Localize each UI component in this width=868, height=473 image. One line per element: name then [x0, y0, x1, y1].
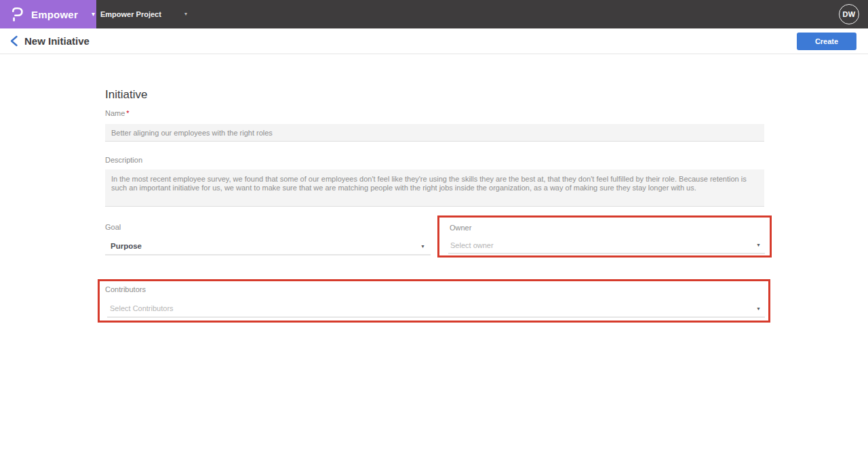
owner-placeholder: Select owner: [450, 241, 494, 249]
project-selector-label: Empower Project: [100, 10, 161, 18]
owner-dropdown[interactable]: Select owner ▼: [448, 237, 765, 254]
create-button[interactable]: Create: [797, 33, 856, 50]
page-title: New Initiative: [24, 35, 90, 47]
owner-field-label: Owner: [450, 224, 471, 232]
description-textarea[interactable]: In the most recent employee survey, we f…: [105, 169, 764, 207]
project-selector-dropdown[interactable]: Empower Project ▾: [100, 0, 187, 28]
topbar: Empower ▾ Empower Project ▾ DW: [0, 0, 868, 28]
form-section-title: Initiative: [105, 88, 147, 102]
required-marker: *: [126, 109, 129, 117]
page-header: New Initiative Create: [0, 28, 868, 54]
contributors-caret-icon: ▼: [756, 306, 761, 311]
initiative-name-input[interactable]: [105, 124, 764, 142]
goal-caret-icon: ▼: [420, 244, 425, 249]
contributors-field-label: Contributors: [105, 285, 146, 293]
name-label-text: Name: [105, 109, 125, 117]
brand-name: Empower: [31, 9, 78, 20]
user-avatar[interactable]: DW: [839, 4, 859, 24]
name-field-label: Name*: [105, 109, 130, 117]
owner-highlight-box: Owner Select owner ▼: [437, 215, 772, 258]
goal-dropdown[interactable]: Purpose ▼: [105, 238, 431, 255]
contributors-placeholder: Select Contributors: [110, 304, 174, 312]
app-window: Empower ▾ Empower Project ▾ DW New Initi…: [0, 0, 868, 473]
owner-caret-icon: ▼: [756, 243, 761, 247]
brand-menu[interactable]: Empower ▾: [0, 0, 96, 28]
empower-logo-icon: [9, 5, 24, 23]
project-caret-icon: ▾: [184, 12, 187, 17]
contributors-highlight-box: Contributors Select Contributors ▼: [98, 279, 770, 323]
description-field-label: Description: [105, 156, 142, 164]
chevron-left-icon: [9, 35, 18, 47]
goal-field-label: Goal: [105, 223, 121, 231]
brand-caret-icon: ▾: [92, 11, 95, 18]
avatar-initials: DW: [843, 10, 856, 18]
back-button[interactable]: New Initiative: [9, 28, 90, 54]
goal-selected-value: Purpose: [111, 242, 142, 250]
contributors-dropdown[interactable]: Select Contributors ▼: [107, 300, 765, 318]
